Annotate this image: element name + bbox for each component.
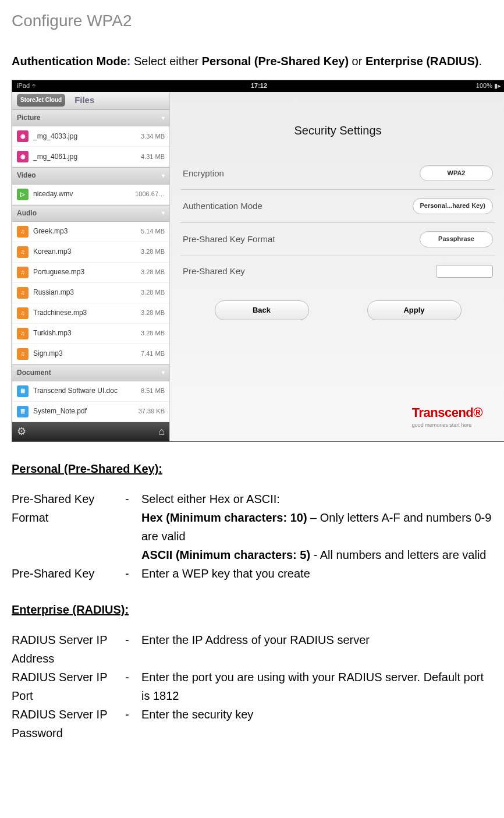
desc: Enter the security key xyxy=(141,705,492,724)
ipad-screenshot: iPad ᯤ 17:12 100% ▮▸ StoreJet Cloud File… xyxy=(12,80,504,442)
intro-option-personal: Personal (Pre-Shared Key) xyxy=(202,55,349,68)
setting-auth-mode: Authentication Mode Personal...hared Key… xyxy=(180,190,495,223)
enterprise-password-row: RADIUS Server IP Password - Enter the se… xyxy=(12,705,492,742)
psk-format-select[interactable]: Passphrase xyxy=(420,231,493,247)
intro-label: Authentication Mode xyxy=(12,55,127,68)
file-size: 7.41 MB xyxy=(141,349,165,359)
file-row[interactable]: ♫Turkish.mp33.28 MB xyxy=(12,324,169,344)
sidebar-header: StoreJet Cloud Files xyxy=(12,92,169,109)
app-name-pill[interactable]: StoreJet Cloud xyxy=(17,94,65,107)
file-name: Turkish.mp3 xyxy=(33,328,141,339)
auth-mode-select[interactable]: Personal...hared Key) xyxy=(413,198,494,214)
file-row[interactable]: ♫Russian.mp33.28 MB xyxy=(12,283,169,303)
section-header-picture[interactable]: Picture▾ xyxy=(12,109,169,126)
term: Pre-Shared Key xyxy=(12,564,125,583)
file-name: Portuguese.mp3 xyxy=(33,267,141,278)
intro-option-enterprise: Enterprise (RADIUS) xyxy=(365,55,478,68)
setting-label: Pre-Shared Key Format xyxy=(183,232,275,246)
file-row[interactable]: ◉_mg_4061.jpg4.31 MB xyxy=(12,147,169,167)
page-title: Configure WPA2 xyxy=(12,8,492,34)
file-name: Greek.mp3 xyxy=(33,226,141,237)
dash: - xyxy=(125,668,141,686)
gear-icon[interactable]: ⚙ xyxy=(17,423,26,440)
file-row[interactable]: ♫Sign.mp37.41 MB xyxy=(12,344,169,364)
intro-or: or xyxy=(349,55,365,68)
personal-psk-row: Pre-Shared Key - Enter a WEP key that yo… xyxy=(12,564,492,583)
content-pane: Security Settings Encryption WPA2 Authen… xyxy=(170,92,504,441)
desc: Enter the port you are using with your R… xyxy=(141,668,492,705)
file-icon: ♫ xyxy=(17,267,29,278)
status-time: 17:12 xyxy=(12,81,504,91)
setting-encryption: Encryption WPA2 xyxy=(180,157,495,190)
file-icon: ▷ xyxy=(17,189,29,200)
file-size: 8.51 MB xyxy=(141,386,165,396)
file-icon: ♫ xyxy=(17,226,29,238)
file-icon: ≣ xyxy=(17,406,29,417)
term: RADIUS Server IP Port xyxy=(12,668,125,705)
dash: - xyxy=(125,705,141,724)
intro-mid: Select either xyxy=(130,55,201,68)
file-name: Sign.mp3 xyxy=(33,348,141,359)
back-button[interactable]: Back xyxy=(215,300,309,321)
file-size: 3.28 MB xyxy=(141,328,165,339)
file-name: System_Note.pdf xyxy=(33,406,139,417)
file-icon: ♫ xyxy=(17,307,29,319)
file-size: 37.39 KB xyxy=(139,406,165,417)
sidebar: StoreJet Cloud Files Picture▾◉_mg_4033.j… xyxy=(12,92,170,441)
desc: Select either Hex or ASCII: Hex (Minimum… xyxy=(141,490,492,564)
file-row[interactable]: ♫Tradchinese.mp33.28 MB xyxy=(12,303,169,324)
brand-slogan: good memories start here xyxy=(412,421,482,429)
file-size: 4.31 MB xyxy=(141,152,165,162)
file-icon: ≣ xyxy=(17,385,29,397)
enterprise-port-row: RADIUS Server IP Port - Enter the port y… xyxy=(12,668,492,705)
section-header-video[interactable]: Video▾ xyxy=(12,167,169,184)
enterprise-heading: Enterprise (RADIUS): xyxy=(12,600,492,619)
content-title: Security Settings xyxy=(170,121,504,140)
file-icon: ◉ xyxy=(17,130,29,142)
file-size: 3.28 MB xyxy=(141,247,165,257)
status-bar: iPad ᯤ 17:12 100% ▮▸ xyxy=(12,80,504,92)
file-name: _mg_4061.jpg xyxy=(33,151,141,162)
brand-logo: Transcend® good memories start here xyxy=(412,402,482,430)
file-row[interactable]: ≣System_Note.pdf37.39 KB xyxy=(12,402,169,422)
setting-label: Encryption xyxy=(183,167,224,180)
file-row[interactable]: ≣Transcend Software UI.doc8.51 MB xyxy=(12,381,169,402)
file-row[interactable]: ♫Portuguese.mp33.28 MB xyxy=(12,263,169,283)
encryption-select[interactable]: WPA2 xyxy=(420,165,493,182)
action-row: Back Apply xyxy=(170,300,504,321)
file-name: Russian.mp3 xyxy=(33,287,141,298)
file-size: 3.34 MB xyxy=(141,132,165,142)
file-size: 5.14 MB xyxy=(141,226,165,237)
file-name: Transcend Software UI.doc xyxy=(33,385,141,396)
file-name: niceday.wmv xyxy=(33,189,135,200)
file-row[interactable]: ♫Korean.mp33.28 MB xyxy=(12,242,169,263)
section-header-audio[interactable]: Audio▾ xyxy=(12,205,169,222)
desc: Enter a WEP key that you create xyxy=(141,564,492,583)
setting-label: Authentication Mode xyxy=(183,199,262,213)
files-tab[interactable]: Files xyxy=(74,93,94,107)
file-icon: ♫ xyxy=(17,287,29,299)
setting-psk: Pre-Shared Key xyxy=(180,256,495,286)
apply-button[interactable]: Apply xyxy=(367,300,462,321)
brand-name: Transcend® xyxy=(412,405,482,420)
file-size: 1006.67… xyxy=(135,189,165,200)
file-name: Tradchinese.mp3 xyxy=(33,307,141,318)
file-row[interactable]: ▷niceday.wmv1006.67… xyxy=(12,185,169,205)
setting-psk-format: Pre-Shared Key Format Passphrase xyxy=(180,223,495,256)
intro-end: . xyxy=(478,55,482,68)
file-name: _mg_4033.jpg xyxy=(33,131,141,142)
personal-psk-format-row: Pre-Shared Key Format - Select either He… xyxy=(12,490,492,564)
device-icon[interactable]: ⌂ xyxy=(158,423,165,440)
dash: - xyxy=(125,490,141,508)
dash: - xyxy=(125,564,141,583)
file-row[interactable]: ◉_mg_4033.jpg3.34 MB xyxy=(12,126,169,147)
psk-input[interactable] xyxy=(436,265,493,278)
file-row[interactable]: ♫Greek.mp35.14 MB xyxy=(12,222,169,242)
term: RADIUS Server IP Address xyxy=(12,631,125,668)
file-name: Korean.mp3 xyxy=(33,246,141,257)
file-size: 3.28 MB xyxy=(141,308,165,318)
desc: Enter the IP Address of your RADIUS serv… xyxy=(141,631,492,649)
term: Pre-Shared Key Format xyxy=(12,490,125,527)
section-header-document[interactable]: Document▾ xyxy=(12,364,169,381)
file-size: 3.28 MB xyxy=(141,267,165,278)
